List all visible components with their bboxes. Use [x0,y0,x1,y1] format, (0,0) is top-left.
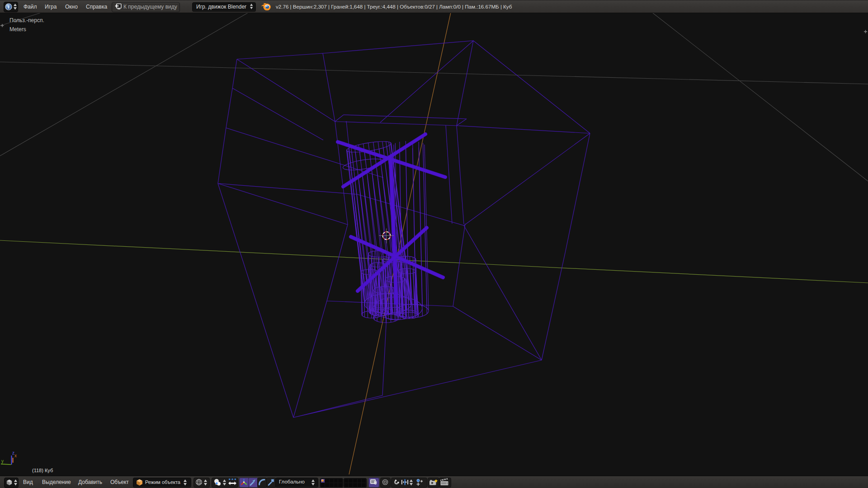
svg-text:x: x [14,453,17,458]
svg-text:i: i [8,4,9,9]
svg-text:y: y [1,459,4,464]
